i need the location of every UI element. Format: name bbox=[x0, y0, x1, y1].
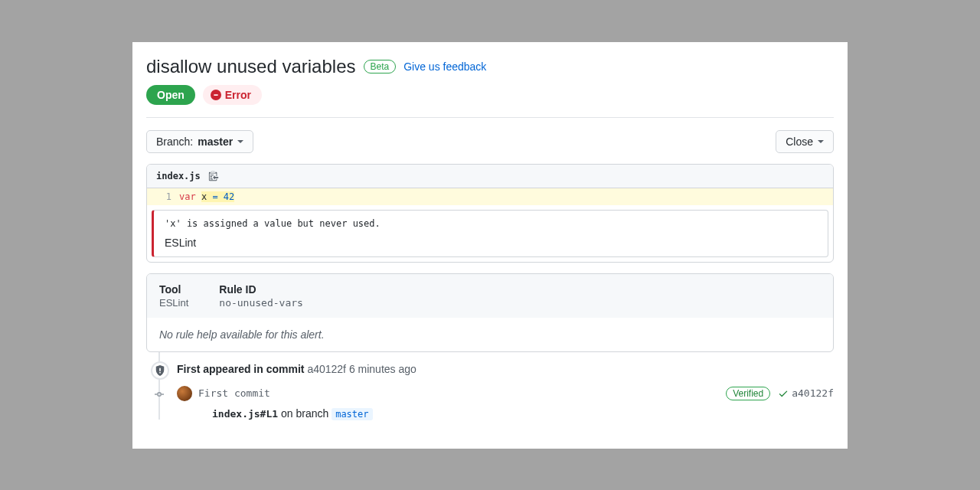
commit-left: First commit bbox=[177, 386, 270, 401]
branch-name: master bbox=[198, 136, 233, 148]
status-error-label: Error bbox=[225, 89, 251, 101]
code-header: index.js bbox=[147, 165, 833, 188]
commit-icon bbox=[155, 390, 164, 399]
commit-sub: index.js#L1 on branch master bbox=[177, 407, 834, 420]
caret-down-icon bbox=[818, 140, 824, 143]
first-hash: a40122f bbox=[307, 363, 346, 375]
rule-label: Rule ID bbox=[219, 283, 303, 296]
message-text: 'x' is assigned a value but never used. bbox=[165, 218, 817, 229]
message-tool: ESLint bbox=[165, 237, 817, 249]
code-rest: = 42 bbox=[207, 191, 234, 202]
timeline-first-appeared: First appeared in commit a40122f 6 minut… bbox=[146, 363, 834, 375]
commit-hash-link[interactable]: a40122f bbox=[778, 387, 834, 399]
first-appeared-label: First appeared in commit bbox=[177, 363, 304, 375]
branch-selector[interactable]: Branch: master bbox=[146, 130, 253, 153]
commit-row: First commit Verified a40122f bbox=[177, 386, 834, 401]
branch-prefix: Branch: bbox=[156, 136, 193, 148]
tool-column: Tool ESLint bbox=[159, 283, 188, 309]
tool-label: Tool bbox=[159, 283, 188, 296]
copy-icon[interactable] bbox=[208, 171, 219, 181]
file-line-link[interactable]: index.js#L1 bbox=[212, 408, 278, 420]
close-label: Close bbox=[786, 136, 813, 148]
commit-dot bbox=[155, 389, 164, 398]
branch-prefix-text: on branch bbox=[278, 407, 332, 420]
code-keyword: var bbox=[179, 191, 196, 202]
commit-hash: a40122f bbox=[792, 387, 834, 399]
help-text: No rule help available for this alert. bbox=[147, 318, 833, 351]
svg-point-0 bbox=[158, 392, 162, 396]
check-icon bbox=[778, 388, 789, 399]
tool-value: ESLint bbox=[159, 297, 188, 309]
commit-message[interactable]: First commit bbox=[198, 387, 270, 399]
file-name: index.js bbox=[156, 171, 201, 181]
feedback-link[interactable]: Give us feedback bbox=[403, 60, 486, 73]
status-error-pill: Error bbox=[203, 85, 262, 105]
shield-icon bbox=[155, 365, 165, 376]
first-time: 6 minutes ago bbox=[349, 363, 416, 375]
code-content: var x = 42 bbox=[179, 188, 234, 205]
rule-value: no-unused-vars bbox=[219, 297, 303, 309]
code-box: index.js 1 var x = 42 'x' is assigned a … bbox=[146, 164, 834, 263]
timeline-commit: First commit Verified a40122f index.js#L… bbox=[146, 386, 834, 420]
details-box: Tool ESLint Rule ID no-unused-vars No ru… bbox=[146, 273, 834, 352]
message-box: 'x' is assigned a value but never used. … bbox=[152, 210, 828, 257]
status-row: Open Error bbox=[146, 85, 834, 118]
close-button[interactable]: Close bbox=[776, 130, 834, 153]
caret-down-icon bbox=[237, 140, 243, 143]
line-number: 1 bbox=[147, 188, 179, 205]
toolbar-row: Branch: master Close bbox=[146, 130, 834, 153]
status-open-pill: Open bbox=[146, 85, 195, 105]
verified-badge: Verified bbox=[726, 387, 770, 400]
first-appeared-text: First appeared in commit a40122f 6 minut… bbox=[177, 363, 834, 375]
avatar[interactable] bbox=[177, 386, 192, 401]
code-highlight: x = 42 bbox=[201, 191, 234, 202]
code-line: 1 var x = 42 bbox=[147, 188, 833, 205]
details-top: Tool ESLint Rule ID no-unused-vars bbox=[147, 274, 833, 318]
header-row: disallow unused variables Beta Give us f… bbox=[146, 56, 834, 77]
beta-badge: Beta bbox=[364, 60, 397, 74]
alert-detail-card: disallow unused variables Beta Give us f… bbox=[132, 42, 848, 449]
shield-badge bbox=[151, 361, 169, 380]
alert-title: disallow unused variables bbox=[146, 56, 356, 77]
rule-column: Rule ID no-unused-vars bbox=[219, 283, 303, 309]
branch-tag[interactable]: master bbox=[332, 408, 372, 420]
error-icon bbox=[211, 90, 221, 100]
commit-right: Verified a40122f bbox=[726, 387, 834, 400]
timeline: First appeared in commit a40122f 6 minut… bbox=[146, 352, 834, 420]
